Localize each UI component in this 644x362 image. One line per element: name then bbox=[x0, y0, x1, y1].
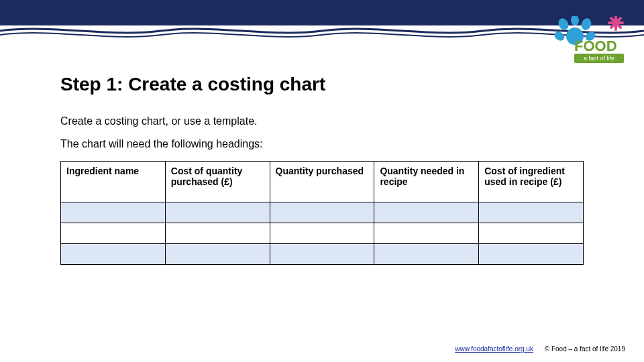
costing-table: Ingredient name Cost of quantity purchas… bbox=[60, 161, 584, 265]
svg-point-2 bbox=[580, 17, 592, 32]
header-bar bbox=[0, 0, 644, 25]
table-row bbox=[61, 244, 584, 265]
slide-content: Step 1: Create a costing chart Create a … bbox=[60, 74, 584, 265]
logo-text-food: FOOD bbox=[574, 38, 617, 54]
footer-copyright: © Food – a fact of life 2019 bbox=[545, 345, 625, 353]
slide-footer: www.foodafactoflife.org.uk © Food – a fa… bbox=[455, 345, 625, 353]
svg-point-1 bbox=[570, 16, 579, 25]
brand-logo: FOOD a fact of life bbox=[551, 16, 625, 70]
table-header-row: Ingredient name Cost of quantity purchas… bbox=[61, 162, 584, 202]
table-row bbox=[61, 223, 584, 244]
table-header: Quantity needed in recipe bbox=[374, 162, 479, 202]
table-row bbox=[61, 202, 584, 223]
table-header: Cost of quantity purchased (£) bbox=[165, 162, 270, 202]
svg-point-0 bbox=[557, 17, 570, 32]
logo-text-tagline: a fact of life bbox=[584, 55, 614, 62]
header-wave bbox=[0, 25, 644, 39]
table-header: Quantity purchased bbox=[270, 162, 374, 202]
body-line-2: The chart will need the following headin… bbox=[60, 138, 584, 150]
svg-point-3 bbox=[553, 29, 566, 42]
footer-link[interactable]: www.foodafactoflife.org.uk bbox=[455, 345, 533, 353]
table-header: Ingredient name bbox=[61, 162, 166, 202]
body-line-1: Create a costing chart, or use a templat… bbox=[60, 115, 584, 127]
slide-title: Step 1: Create a costing chart bbox=[60, 74, 584, 95]
table-header: Cost of ingredient used in recipe (£) bbox=[479, 162, 584, 202]
